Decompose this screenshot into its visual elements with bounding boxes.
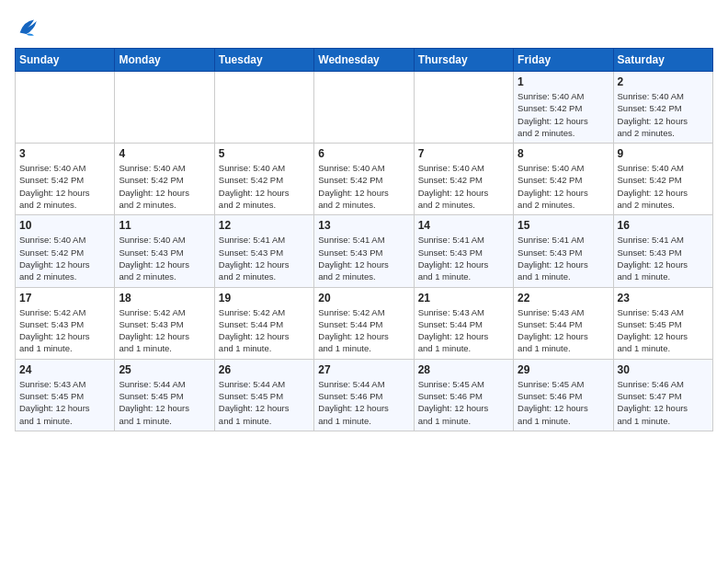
calendar-cell: 19Sunrise: 5:42 AMSunset: 5:44 PMDayligh… [214,287,313,359]
day-info: Sunrise: 5:41 AMSunset: 5:43 PMDaylight:… [618,234,709,282]
day-number: 18 [119,292,210,304]
day-number: 2 [618,75,709,88]
day-number: 19 [219,292,310,304]
calendar-header-wednesday: Wednesday [314,49,414,72]
calendar-cell [16,72,115,144]
calendar-header-tuesday: Tuesday [214,49,313,72]
bird-icon [15,15,40,40]
calendar-header-row: SundayMondayTuesdayWednesdayThursdayFrid… [16,49,713,72]
day-number: 27 [318,363,409,376]
calendar-cell: 2Sunrise: 5:40 AMSunset: 5:42 PMDaylight… [613,72,712,144]
day-info: Sunrise: 5:40 AMSunset: 5:42 PMDaylight:… [618,162,709,211]
calendar-cell: 13Sunrise: 5:41 AMSunset: 5:43 PMDayligh… [314,215,414,287]
day-number: 6 [318,147,409,160]
day-info: Sunrise: 5:40 AMSunset: 5:42 PMDaylight:… [618,90,709,139]
day-number: 8 [518,147,609,160]
calendar-cell: 15Sunrise: 5:41 AMSunset: 5:43 PMDayligh… [514,215,613,287]
calendar-cell: 3Sunrise: 5:40 AMSunset: 5:42 PMDaylight… [16,144,115,215]
day-number: 5 [219,147,310,160]
day-number: 30 [618,363,709,376]
day-info: Sunrise: 5:40 AMSunset: 5:43 PMDaylight:… [119,234,210,282]
calendar-header-monday: Monday [115,49,214,72]
calendar-cell: 11Sunrise: 5:40 AMSunset: 5:43 PMDayligh… [115,215,214,287]
day-number: 11 [119,219,210,232]
calendar-week-row: 10Sunrise: 5:40 AMSunset: 5:42 PMDayligh… [16,215,713,287]
calendar-cell: 4Sunrise: 5:40 AMSunset: 5:42 PMDaylight… [115,144,214,215]
day-info: Sunrise: 5:44 AMSunset: 5:45 PMDaylight:… [119,378,210,427]
calendar-cell: 1Sunrise: 5:40 AMSunset: 5:42 PMDaylight… [514,72,613,144]
day-number: 23 [618,292,709,304]
day-number: 7 [418,147,509,160]
calendar-cell: 22Sunrise: 5:43 AMSunset: 5:44 PMDayligh… [514,287,613,359]
calendar-cell: 17Sunrise: 5:42 AMSunset: 5:43 PMDayligh… [16,287,115,359]
calendar-cell: 5Sunrise: 5:40 AMSunset: 5:42 PMDaylight… [214,144,313,215]
logo[interactable] [15,15,44,40]
calendar-cell: 6Sunrise: 5:40 AMSunset: 5:42 PMDaylight… [314,144,414,215]
day-number: 10 [19,219,110,232]
calendar-cell: 9Sunrise: 5:40 AMSunset: 5:42 PMDaylight… [613,144,712,215]
day-info: Sunrise: 5:44 AMSunset: 5:45 PMDaylight:… [219,378,310,427]
calendar-cell: 26Sunrise: 5:44 AMSunset: 5:45 PMDayligh… [214,359,313,431]
calendar-cell: 27Sunrise: 5:44 AMSunset: 5:46 PMDayligh… [314,359,414,431]
day-number: 1 [518,75,609,88]
day-info: Sunrise: 5:41 AMSunset: 5:43 PMDaylight:… [418,234,509,282]
day-number: 16 [618,219,709,232]
day-info: Sunrise: 5:40 AMSunset: 5:42 PMDaylight:… [219,162,310,211]
calendar-cell: 28Sunrise: 5:45 AMSunset: 5:46 PMDayligh… [414,359,513,431]
day-info: Sunrise: 5:43 AMSunset: 5:45 PMDaylight:… [19,378,110,427]
day-info: Sunrise: 5:44 AMSunset: 5:46 PMDaylight:… [318,378,409,427]
calendar-cell [214,72,313,144]
day-info: Sunrise: 5:40 AMSunset: 5:42 PMDaylight:… [518,90,609,139]
day-number: 24 [19,363,110,376]
day-number: 15 [518,219,609,232]
calendar-cell: 30Sunrise: 5:46 AMSunset: 5:47 PMDayligh… [613,359,712,431]
calendar-cell: 14Sunrise: 5:41 AMSunset: 5:43 PMDayligh… [414,215,513,287]
day-info: Sunrise: 5:45 AMSunset: 5:46 PMDaylight:… [418,378,509,427]
day-number: 4 [119,147,210,160]
day-number: 12 [219,219,310,232]
day-number: 14 [418,219,509,232]
calendar-cell: 25Sunrise: 5:44 AMSunset: 5:45 PMDayligh… [115,359,214,431]
day-info: Sunrise: 5:42 AMSunset: 5:44 PMDaylight:… [219,306,310,355]
day-info: Sunrise: 5:40 AMSunset: 5:42 PMDaylight:… [19,162,110,211]
day-number: 25 [119,363,210,376]
day-info: Sunrise: 5:43 AMSunset: 5:44 PMDaylight:… [418,306,509,355]
day-info: Sunrise: 5:40 AMSunset: 5:42 PMDaylight:… [119,162,210,211]
day-number: 29 [518,363,609,376]
day-number: 21 [418,292,509,304]
calendar-header-saturday: Saturday [613,49,712,72]
calendar-cell: 8Sunrise: 5:40 AMSunset: 5:42 PMDaylight… [514,144,613,215]
calendar-cell: 24Sunrise: 5:43 AMSunset: 5:45 PMDayligh… [16,359,115,431]
day-info: Sunrise: 5:42 AMSunset: 5:44 PMDaylight:… [318,306,409,355]
day-info: Sunrise: 5:40 AMSunset: 5:42 PMDaylight:… [518,162,609,211]
calendar-week-row: 17Sunrise: 5:42 AMSunset: 5:43 PMDayligh… [16,287,713,359]
day-number: 28 [418,363,509,376]
day-info: Sunrise: 5:45 AMSunset: 5:46 PMDaylight:… [518,378,609,427]
calendar-header-thursday: Thursday [414,49,513,72]
day-info: Sunrise: 5:40 AMSunset: 5:42 PMDaylight:… [318,162,409,211]
day-info: Sunrise: 5:41 AMSunset: 5:43 PMDaylight:… [219,234,310,282]
day-info: Sunrise: 5:42 AMSunset: 5:43 PMDaylight:… [19,306,110,355]
calendar-cell [414,72,513,144]
day-number: 13 [318,219,409,232]
day-info: Sunrise: 5:46 AMSunset: 5:47 PMDaylight:… [618,378,709,427]
calendar-header-sunday: Sunday [16,49,115,72]
day-info: Sunrise: 5:43 AMSunset: 5:45 PMDaylight:… [618,306,709,355]
header [15,15,713,40]
day-number: 17 [19,292,110,304]
day-info: Sunrise: 5:40 AMSunset: 5:42 PMDaylight:… [19,234,110,282]
day-info: Sunrise: 5:41 AMSunset: 5:43 PMDaylight:… [318,234,409,282]
calendar-cell: 21Sunrise: 5:43 AMSunset: 5:44 PMDayligh… [414,287,513,359]
day-info: Sunrise: 5:41 AMSunset: 5:43 PMDaylight:… [518,234,609,282]
calendar-cell: 12Sunrise: 5:41 AMSunset: 5:43 PMDayligh… [214,215,313,287]
day-number: 9 [618,147,709,160]
calendar-week-row: 1Sunrise: 5:40 AMSunset: 5:42 PMDaylight… [16,72,713,144]
calendar-cell: 16Sunrise: 5:41 AMSunset: 5:43 PMDayligh… [613,215,712,287]
calendar-cell: 23Sunrise: 5:43 AMSunset: 5:45 PMDayligh… [613,287,712,359]
calendar-cell: 10Sunrise: 5:40 AMSunset: 5:42 PMDayligh… [16,215,115,287]
day-info: Sunrise: 5:43 AMSunset: 5:44 PMDaylight:… [518,306,609,355]
day-number: 22 [518,292,609,304]
calendar-cell: 18Sunrise: 5:42 AMSunset: 5:43 PMDayligh… [115,287,214,359]
calendar-week-row: 24Sunrise: 5:43 AMSunset: 5:45 PMDayligh… [16,359,713,431]
calendar-week-row: 3Sunrise: 5:40 AMSunset: 5:42 PMDaylight… [16,144,713,215]
